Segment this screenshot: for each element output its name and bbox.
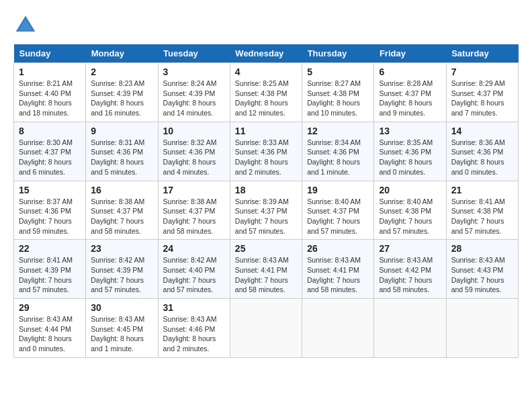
calendar-cell xyxy=(374,299,446,358)
calendar-cell: 11Sunrise: 8:33 AMSunset: 4:36 PMDayligh… xyxy=(230,122,302,181)
cell-info: Sunrise: 8:24 AMSunset: 4:39 PMDaylight:… xyxy=(163,79,217,117)
calendar-cell: 6Sunrise: 8:28 AMSunset: 4:37 PMDaylight… xyxy=(374,63,446,122)
calendar-cell: 18Sunrise: 8:39 AMSunset: 4:37 PMDayligh… xyxy=(230,181,302,240)
cell-info: Sunrise: 8:43 AMSunset: 4:45 PMDaylight:… xyxy=(91,315,144,353)
calendar-cell: 30Sunrise: 8:43 AMSunset: 4:45 PMDayligh… xyxy=(86,299,158,358)
cell-info: Sunrise: 8:41 AMSunset: 4:39 PMDaylight:… xyxy=(19,256,73,293)
calendar-cell: 25Sunrise: 8:43 AMSunset: 4:41 PMDayligh… xyxy=(230,240,302,299)
calendar-cell: 28Sunrise: 8:43 AMSunset: 4:43 PMDayligh… xyxy=(446,240,518,299)
calendar-cell: 26Sunrise: 8:43 AMSunset: 4:41 PMDayligh… xyxy=(302,240,374,299)
cell-info: Sunrise: 8:40 AMSunset: 4:37 PMDaylight:… xyxy=(307,197,361,235)
cell-info: Sunrise: 8:35 AMSunset: 4:36 PMDaylight:… xyxy=(379,138,433,176)
day-number: 22 xyxy=(19,243,81,254)
day-number: 21 xyxy=(451,185,513,195)
cell-info: Sunrise: 8:21 AMSunset: 4:40 PMDaylight:… xyxy=(19,79,73,117)
cell-info: Sunrise: 8:38 AMSunset: 4:37 PMDaylight:… xyxy=(91,197,144,235)
calendar-cell: 19Sunrise: 8:40 AMSunset: 4:37 PMDayligh… xyxy=(302,181,374,240)
day-number: 28 xyxy=(451,243,513,254)
cell-info: Sunrise: 8:38 AMSunset: 4:37 PMDaylight:… xyxy=(163,197,217,235)
calendar-cell: 9Sunrise: 8:31 AMSunset: 4:36 PMDaylight… xyxy=(86,122,158,181)
calendar-cell xyxy=(302,299,374,358)
cell-info: Sunrise: 8:42 AMSunset: 4:40 PMDaylight:… xyxy=(163,256,217,293)
calendar-cell xyxy=(446,299,518,358)
cell-info: Sunrise: 8:30 AMSunset: 4:37 PMDaylight:… xyxy=(19,138,73,176)
calendar-cell: 15Sunrise: 8:37 AMSunset: 4:36 PMDayligh… xyxy=(14,181,86,240)
cell-info: Sunrise: 8:27 AMSunset: 4:38 PMDaylight:… xyxy=(307,79,361,117)
calendar-cell: 3Sunrise: 8:24 AMSunset: 4:39 PMDaylight… xyxy=(158,63,230,122)
day-number: 26 xyxy=(307,243,369,254)
day-number: 17 xyxy=(163,185,225,195)
day-number: 6 xyxy=(379,66,441,77)
cell-info: Sunrise: 8:39 AMSunset: 4:37 PMDaylight:… xyxy=(235,197,289,235)
calendar-cell: 17Sunrise: 8:38 AMSunset: 4:37 PMDayligh… xyxy=(158,181,230,240)
calendar-cell: 2Sunrise: 8:23 AMSunset: 4:39 PMDaylight… xyxy=(86,63,158,122)
cell-info: Sunrise: 8:43 AMSunset: 4:41 PMDaylight:… xyxy=(235,256,289,293)
cell-info: Sunrise: 8:36 AMSunset: 4:36 PMDaylight:… xyxy=(451,138,505,176)
day-number: 14 xyxy=(451,126,513,136)
cell-info: Sunrise: 8:43 AMSunset: 4:46 PMDaylight:… xyxy=(163,315,217,353)
calendar-cell xyxy=(230,299,302,358)
cell-info: Sunrise: 8:28 AMSunset: 4:37 PMDaylight:… xyxy=(379,79,433,117)
day-number: 25 xyxy=(235,243,297,254)
calendar-cell: 23Sunrise: 8:42 AMSunset: 4:39 PMDayligh… xyxy=(86,240,158,299)
calendar-cell: 31Sunrise: 8:43 AMSunset: 4:46 PMDayligh… xyxy=(158,299,230,358)
calendar-week-3: 15Sunrise: 8:37 AMSunset: 4:36 PMDayligh… xyxy=(14,181,519,240)
calendar-cell: 5Sunrise: 8:27 AMSunset: 4:38 PMDaylight… xyxy=(302,63,374,122)
calendar-cell: 24Sunrise: 8:42 AMSunset: 4:40 PMDayligh… xyxy=(158,240,230,299)
day-number: 7 xyxy=(451,66,513,77)
day-number: 24 xyxy=(163,243,225,254)
day-number: 9 xyxy=(91,126,152,136)
day-number: 23 xyxy=(91,243,152,254)
page-header xyxy=(13,13,519,38)
weekday-header-friday: Friday xyxy=(374,44,446,63)
weekday-header-thursday: Thursday xyxy=(302,44,374,63)
cell-info: Sunrise: 8:43 AMSunset: 4:44 PMDaylight:… xyxy=(19,315,73,353)
day-number: 20 xyxy=(379,185,441,195)
day-number: 13 xyxy=(379,126,441,136)
day-number: 15 xyxy=(19,185,81,195)
calendar-cell: 20Sunrise: 8:40 AMSunset: 4:38 PMDayligh… xyxy=(374,181,446,240)
cell-info: Sunrise: 8:43 AMSunset: 4:43 PMDaylight:… xyxy=(451,256,505,293)
day-number: 4 xyxy=(235,66,297,77)
cell-info: Sunrise: 8:42 AMSunset: 4:39 PMDaylight:… xyxy=(91,256,144,293)
cell-info: Sunrise: 8:25 AMSunset: 4:38 PMDaylight:… xyxy=(235,79,289,117)
cell-info: Sunrise: 8:41 AMSunset: 4:38 PMDaylight:… xyxy=(451,197,505,235)
day-number: 29 xyxy=(19,302,81,313)
weekday-header-row: SundayMondayTuesdayWednesdayThursdayFrid… xyxy=(14,44,519,63)
calendar-week-1: 1Sunrise: 8:21 AMSunset: 4:40 PMDaylight… xyxy=(14,63,519,122)
calendar-cell: 8Sunrise: 8:30 AMSunset: 4:37 PMDaylight… xyxy=(14,122,86,181)
day-number: 16 xyxy=(91,185,152,195)
cell-info: Sunrise: 8:43 AMSunset: 4:42 PMDaylight:… xyxy=(379,256,433,293)
day-number: 18 xyxy=(235,185,297,195)
day-number: 11 xyxy=(235,126,297,136)
day-number: 3 xyxy=(163,66,225,77)
weekday-header-tuesday: Tuesday xyxy=(158,44,230,63)
calendar-table: SundayMondayTuesdayWednesdayThursdayFrid… xyxy=(13,44,519,358)
calendar-week-5: 29Sunrise: 8:43 AMSunset: 4:44 PMDayligh… xyxy=(14,299,519,358)
calendar-cell: 10Sunrise: 8:32 AMSunset: 4:36 PMDayligh… xyxy=(158,122,230,181)
day-number: 10 xyxy=(163,126,225,136)
cell-info: Sunrise: 8:29 AMSunset: 4:37 PMDaylight:… xyxy=(451,79,505,117)
calendar-cell: 22Sunrise: 8:41 AMSunset: 4:39 PMDayligh… xyxy=(14,240,86,299)
day-number: 12 xyxy=(307,126,369,136)
cell-info: Sunrise: 8:34 AMSunset: 4:36 PMDaylight:… xyxy=(307,138,361,176)
cell-info: Sunrise: 8:31 AMSunset: 4:36 PMDaylight:… xyxy=(91,138,144,176)
day-number: 31 xyxy=(163,302,225,313)
day-number: 19 xyxy=(307,185,369,195)
calendar-cell: 27Sunrise: 8:43 AMSunset: 4:42 PMDayligh… xyxy=(374,240,446,299)
calendar-cell: 16Sunrise: 8:38 AMSunset: 4:37 PMDayligh… xyxy=(86,181,158,240)
calendar-week-4: 22Sunrise: 8:41 AMSunset: 4:39 PMDayligh… xyxy=(14,240,519,299)
cell-info: Sunrise: 8:43 AMSunset: 4:41 PMDaylight:… xyxy=(307,256,361,293)
cell-info: Sunrise: 8:32 AMSunset: 4:36 PMDaylight:… xyxy=(163,138,217,176)
weekday-header-saturday: Saturday xyxy=(446,44,518,63)
cell-info: Sunrise: 8:40 AMSunset: 4:38 PMDaylight:… xyxy=(379,197,433,235)
calendar-cell: 1Sunrise: 8:21 AMSunset: 4:40 PMDaylight… xyxy=(14,63,86,122)
calendar-week-2: 8Sunrise: 8:30 AMSunset: 4:37 PMDaylight… xyxy=(14,122,519,181)
calendar-cell: 21Sunrise: 8:41 AMSunset: 4:38 PMDayligh… xyxy=(446,181,518,240)
weekday-header-sunday: Sunday xyxy=(14,44,86,63)
day-number: 1 xyxy=(19,66,81,77)
weekday-header-monday: Monday xyxy=(86,44,158,63)
day-number: 27 xyxy=(379,243,441,254)
cell-info: Sunrise: 8:23 AMSunset: 4:39 PMDaylight:… xyxy=(91,79,144,117)
logo xyxy=(13,13,42,38)
